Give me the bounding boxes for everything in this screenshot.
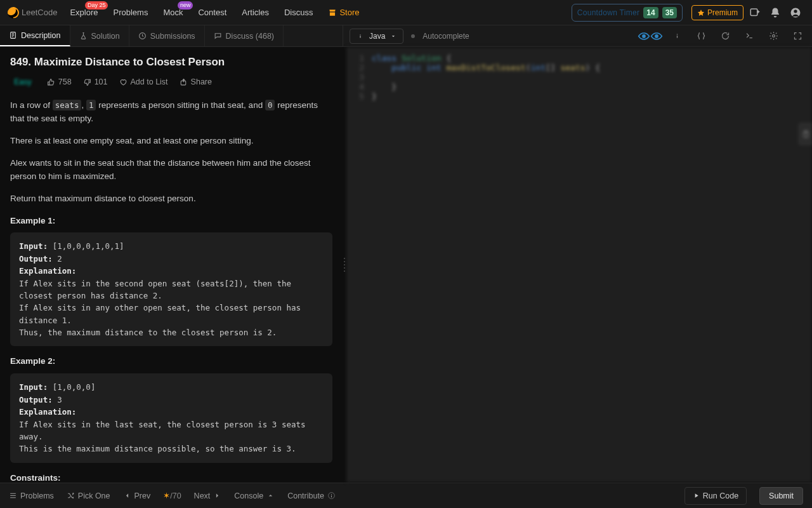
notifications-button[interactable] xyxy=(766,4,784,22)
nav-explore[interactable]: Explore Day 25 xyxy=(63,4,104,21)
clipboard-icon xyxy=(802,130,810,138)
chevron-right-icon xyxy=(213,491,221,500)
description-icon xyxy=(9,31,17,39)
nav-discuss[interactable]: Discuss xyxy=(278,4,320,21)
description-scroll[interactable]: 849. Maximize Distance to Closest Person… xyxy=(0,47,343,483)
tab-description-label: Description xyxy=(21,31,61,40)
problem-title: 849. Maximize Distance to Closest Person xyxy=(10,56,332,69)
svg-point-2 xyxy=(794,10,797,13)
nav-problems[interactable]: Problems xyxy=(107,4,154,21)
top-navbar: LeetCode Explore Day 25 Problems Mock ne… xyxy=(0,0,812,25)
difficulty-badge: Easy xyxy=(10,76,36,88)
problem-tabs: Description Solution Submissions Discuss… xyxy=(0,25,343,46)
console-label: Console xyxy=(234,491,263,500)
run-code-button[interactable]: Run Code xyxy=(684,487,747,505)
fullscreen-button[interactable] xyxy=(789,28,806,44)
mock-badge: new xyxy=(178,1,193,10)
flask-icon xyxy=(79,32,88,40)
example-1: Input: [1,0,0,0,1,0,1] Output: 2 Explana… xyxy=(10,232,332,346)
nav-store-label: Store xyxy=(339,8,359,17)
star-icon xyxy=(697,9,705,17)
reset-button[interactable] xyxy=(717,28,733,44)
play-icon xyxy=(693,492,700,499)
timer-label: Countdown Timer xyxy=(577,8,640,17)
new-playground-button[interactable] xyxy=(746,4,764,22)
braces-button[interactable] xyxy=(693,28,709,44)
tabs-row: Description Solution Submissions Discuss… xyxy=(0,25,812,47)
page-indicator: /70 xyxy=(170,491,181,500)
editor-info-button[interactable] xyxy=(669,28,685,44)
dislike-button[interactable]: 101 xyxy=(83,77,108,86)
add-to-list-button[interactable]: Add to List xyxy=(119,77,168,86)
code-editor[interactable]: 1class Solution { 2 public int maxDistTo… xyxy=(346,47,812,483)
code-chip: 0 xyxy=(265,100,275,110)
like-button[interactable]: 758 xyxy=(47,77,72,86)
info-small-icon xyxy=(327,491,336,500)
prev-button[interactable]: Prev xyxy=(123,491,151,500)
gear-icon xyxy=(769,31,778,41)
nav-store[interactable]: Store xyxy=(322,4,365,21)
gear-small-icon: ✶ xyxy=(163,491,170,500)
discuss-icon xyxy=(214,32,222,40)
nav-contest[interactable]: Contest xyxy=(192,4,233,21)
tab-submissions-label: Submissions xyxy=(150,32,195,41)
history-icon xyxy=(138,32,147,40)
info-icon xyxy=(357,32,364,40)
problems-button[interactable]: Problems xyxy=(9,491,54,500)
next-label: Next xyxy=(194,491,211,500)
fullscreen-icon xyxy=(793,31,802,41)
add-to-list-label: Add to List xyxy=(131,77,168,86)
thumbs-up-icon xyxy=(47,78,55,86)
share-icon xyxy=(180,78,188,86)
shuffle-icon xyxy=(67,491,75,500)
tab-description[interactable]: Description xyxy=(0,25,70,46)
tab-submissions[interactable]: Submissions xyxy=(129,25,205,46)
share-button[interactable]: Share xyxy=(180,77,212,86)
problem-statement: In a row of seats, 1 represents a person… xyxy=(10,99,332,483)
language-dropdown[interactable]: Java xyxy=(350,29,403,44)
svg-point-7 xyxy=(772,35,775,37)
pick-one-label: Pick One xyxy=(78,491,110,500)
description-pane: 849. Maximize Distance to Closest Person… xyxy=(0,47,343,483)
svg-rect-0 xyxy=(750,9,757,16)
tab-discuss-label: Discuss (468) xyxy=(226,32,274,41)
code-chip: seats xyxy=(53,100,82,110)
console-button[interactable]: Console xyxy=(234,491,275,500)
explore-badge: Day 25 xyxy=(85,1,108,10)
example-2: Input: [1,0,0,0] Output: 3 Explanation: … xyxy=(10,373,332,462)
next-button[interactable]: Next xyxy=(194,491,222,500)
likes-count: 758 xyxy=(58,77,72,86)
account-menu[interactable] xyxy=(787,4,804,22)
heart-icon xyxy=(119,78,128,86)
settings-button[interactable] xyxy=(765,28,782,44)
tab-solution[interactable]: Solution xyxy=(70,25,129,46)
submit-button[interactable]: Submit xyxy=(759,487,803,505)
terminal-button[interactable] xyxy=(741,28,757,44)
notes-tab[interactable] xyxy=(799,123,812,145)
countdown-timer[interactable]: Countdown Timer 14 35 xyxy=(572,4,683,22)
timer-minutes: 14 xyxy=(643,7,658,18)
chevron-left-icon xyxy=(123,491,131,500)
premium-button[interactable]: Premium xyxy=(691,5,743,20)
store-icon xyxy=(328,8,337,17)
add-playground-icon xyxy=(749,7,761,18)
pager[interactable]: ✶/70 xyxy=(163,491,181,500)
reset-icon xyxy=(721,31,730,41)
nav-articles[interactable]: Articles xyxy=(235,4,275,21)
problems-label: Problems xyxy=(20,491,54,500)
bell-icon xyxy=(769,7,781,18)
svg-point-6 xyxy=(655,34,658,37)
visibility-toggle[interactable] xyxy=(639,28,661,44)
svg-point-5 xyxy=(643,34,645,37)
timer-seconds: 35 xyxy=(662,7,677,18)
brand-logo[interactable]: LeetCode xyxy=(8,7,57,18)
list-icon xyxy=(9,491,17,500)
run-code-label: Run Code xyxy=(703,491,738,500)
tab-discuss[interactable]: Discuss (468) xyxy=(205,25,284,46)
nav-mock[interactable]: Mock new xyxy=(157,4,189,21)
italic-info-icon xyxy=(672,31,682,41)
contribute-button[interactable]: Contribute xyxy=(287,491,336,500)
svg-rect-8 xyxy=(181,81,186,84)
dislikes-count: 101 xyxy=(95,77,108,86)
pick-one-button[interactable]: Pick One xyxy=(67,491,110,500)
